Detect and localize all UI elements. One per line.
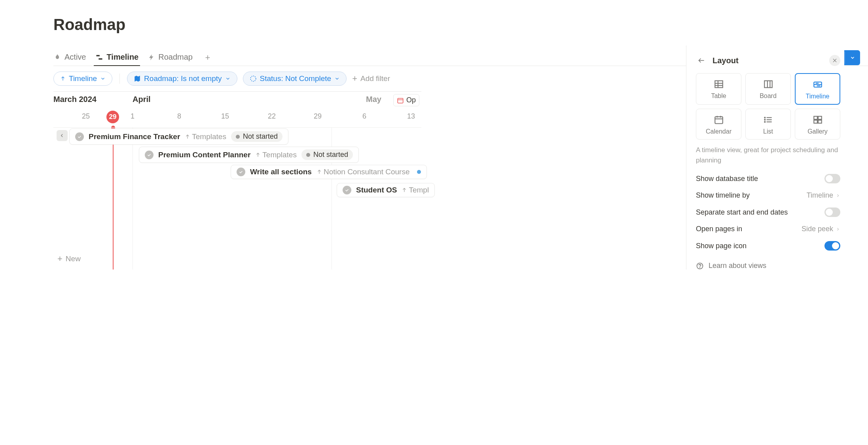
option-label: Open pages in [696,225,742,233]
tab-label: Active [64,53,86,62]
layout-option-table[interactable]: Table [696,73,741,105]
timeline-item[interactable]: Premium Content Planner Templates Not st… [139,147,359,163]
option-show-db-title[interactable]: Show database title [696,170,840,187]
chevron-down-icon[interactable] [845,52,860,64]
toggle[interactable] [824,241,840,251]
svg-rect-6 [398,98,403,103]
timeline-item[interactable]: Student OS Templ [337,183,435,197]
layout-option-gallery[interactable]: Gallery [795,109,840,140]
option-label: Show page icon [696,242,747,250]
option-label: Show database title [696,175,758,183]
panel-back-button[interactable] [696,55,707,66]
option-separate-dates[interactable]: Separate start and end dates [696,204,840,221]
day-label: 13 [407,112,415,121]
learn-label: Learn about views [709,262,766,270]
option-show-page-icon[interactable]: Show page icon [696,237,840,255]
toggle[interactable] [824,207,840,217]
page-title: Roadmap [53,16,868,34]
svg-point-5 [250,76,256,81]
option-show-timeline-by[interactable]: Show timeline by Timeline [696,187,840,204]
scroll-left-handle[interactable] [57,130,68,141]
add-view-button[interactable]: + [202,52,213,63]
learn-about-views[interactable]: Learn about views [696,255,840,270]
arrow-up-icon [60,76,66,81]
svg-rect-15 [715,81,723,87]
layout-options: Table Board Timeline Calendar [696,73,840,140]
month-label: March 2024 [53,95,97,104]
filter-status[interactable]: Status: Not Complete [243,72,347,86]
day-label: 29 [314,112,322,121]
day-label: 6 [362,112,366,121]
arrow-up-icon [316,169,322,175]
panel-title: Layout [713,56,824,65]
toggle[interactable] [824,174,840,183]
status-loading-icon [250,75,257,82]
item-relation: Notion Consultant Course [316,168,410,176]
open-in-button[interactable]: Op [393,94,419,106]
timeline-item[interactable]: Write all sections Notion Consultant Cou… [231,165,427,179]
panel-close-button[interactable] [829,55,840,66]
item-relation: Templ [402,186,429,194]
layout-option-label: Timeline [806,93,830,100]
tab-roadmap[interactable]: Roadmap [148,49,193,66]
svg-rect-36 [814,116,817,119]
board-icon [763,79,773,89]
timeline-area: March 2024 April May 25 29 1 8 15 22 29 … [53,91,421,270]
check-icon [145,151,154,159]
bolt-icon [148,54,155,61]
filter-roadmap[interactable]: Roadmap: Is not empty [127,72,237,86]
svg-rect-0 [97,55,100,56]
item-title: Write all sections [250,168,312,176]
chevron-down-icon [225,76,231,81]
svg-rect-39 [818,120,822,123]
timeline-icon [813,79,823,90]
calendar-icon [714,115,724,125]
layout-option-board[interactable]: Board [745,73,791,105]
svg-rect-19 [764,81,772,87]
day-label: 25 [82,112,90,121]
timeline-item[interactable]: Premium Finance Tracker Templates Not st… [69,128,288,145]
day-label: 15 [221,112,229,121]
day-label: 22 [268,112,276,121]
option-open-pages-in[interactable]: Open pages in Side peek [696,221,840,237]
tab-timeline[interactable]: Timeline [95,49,138,66]
layout-option-label: List [763,128,773,135]
month-label: April [133,95,151,104]
tab-active[interactable]: Active [53,49,86,66]
chevron-right-icon [836,227,840,232]
open-label: Op [406,96,416,104]
add-filter-button[interactable]: + Add filter [352,74,390,84]
layout-option-list[interactable]: List [745,109,791,140]
help-icon [696,262,704,270]
svg-point-34 [764,119,765,120]
svg-point-35 [764,121,765,122]
layout-option-timeline[interactable]: Timeline [795,73,840,105]
item-relation: Templates [185,132,226,141]
status-dot-icon [236,135,240,139]
tab-label: Roadmap [158,53,193,62]
option-value: Timeline [807,191,840,200]
timeline-rows: Premium Finance Tracker Templates Not st… [53,127,421,270]
check-icon [75,132,84,141]
plus-icon: + [352,74,357,84]
svg-rect-26 [715,117,723,123]
option-label: Separate start and end dates [696,208,788,217]
layout-option-calendar[interactable]: Calendar [696,109,741,140]
table-icon [714,79,724,89]
chevron-down-icon [100,76,106,81]
layout-option-label: Calendar [706,128,732,135]
item-title: Premium Content Planner [158,151,250,159]
tab-label: Timeline [106,53,138,62]
view-type-pill[interactable]: Timeline [53,72,112,86]
new-row-button[interactable]: + New [57,254,81,264]
month-label: May [366,95,381,104]
layout-description: A timeline view, great for project sched… [696,145,840,165]
status-badge: Not started [231,131,282,142]
option-value: Side peek [802,225,840,233]
layout-option-label: Board [760,92,777,100]
today-marker: 29 [106,111,119,123]
item-title: Premium Finance Tracker [89,132,180,141]
svg-rect-37 [818,116,822,119]
fire-icon [53,53,61,61]
chevron-right-icon [836,193,840,198]
